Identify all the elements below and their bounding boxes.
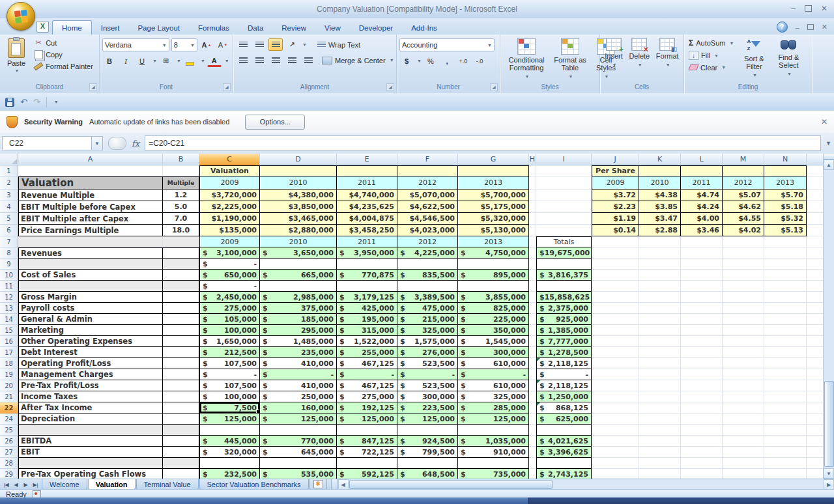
copy-button[interactable]: Copy	[32, 49, 95, 59]
cell-A26[interactable]: EBITDA	[18, 436, 163, 447]
cell-J27[interactable]	[592, 447, 639, 458]
cell-A15[interactable]: Marketing	[18, 325, 163, 336]
cell-N3[interactable]: $5.70	[764, 189, 807, 201]
cell-I27[interactable]: $3,396,625	[536, 447, 592, 458]
cell-G1[interactable]	[458, 165, 529, 176]
bold-button[interactable]: B	[102, 55, 117, 67]
cell-I10[interactable]: $3,816,375	[536, 270, 592, 281]
cell-E24[interactable]: $125,000	[337, 413, 397, 425]
cell-C19[interactable]: $-	[199, 369, 260, 380]
cell-X1[interactable]	[807, 165, 824, 176]
cell-N12[interactable]	[764, 292, 807, 303]
cell-B17[interactable]	[163, 347, 199, 358]
cell-C17[interactable]: $212,500	[199, 347, 260, 358]
cell-A5[interactable]: EBIT Multiple after Capex	[18, 213, 163, 225]
cell-M4[interactable]: $4.62	[723, 201, 764, 213]
cell-N7[interactable]	[764, 236, 807, 247]
cell-N27[interactable]	[764, 447, 807, 458]
cell-M1[interactable]	[723, 165, 764, 176]
cell-A20[interactable]: Pre-Tax Profit/Loss	[18, 380, 163, 391]
cell-G11[interactable]	[458, 281, 529, 292]
cell-E16[interactable]: $1,522,000	[337, 336, 397, 347]
cell-H10[interactable]	[529, 270, 536, 281]
cell-D13[interactable]: $375,000	[260, 303, 337, 314]
cell-K7[interactable]	[639, 236, 681, 247]
cell-X19[interactable]	[807, 369, 824, 380]
cell-C20[interactable]: $107,500	[199, 380, 260, 391]
insert-worksheet-tab[interactable]: ✱	[309, 479, 327, 490]
cell-K10[interactable]	[639, 270, 681, 281]
cell-E5[interactable]: $4,004,875	[337, 213, 397, 225]
row-header-28[interactable]: 28	[0, 458, 18, 469]
cell-K29[interactable]	[639, 469, 681, 479]
cell-I14[interactable]: $925,000	[536, 314, 592, 325]
cell-X5[interactable]	[807, 213, 824, 225]
align-left-button[interactable]	[236, 54, 250, 66]
row-header-20[interactable]: 20	[0, 380, 18, 391]
cell-C9[interactable]: $-	[199, 259, 260, 270]
cell-B4[interactable]: 5.0	[163, 201, 199, 213]
cell-K15[interactable]	[639, 325, 681, 336]
cell-A24[interactable]: Depreciation	[18, 413, 163, 425]
cell-D2[interactable]: 2010	[260, 176, 337, 189]
cell-F21[interactable]: $300,000	[397, 391, 458, 402]
cell-X16[interactable]	[807, 336, 824, 347]
cell-C12[interactable]: $2,450,000	[199, 292, 260, 303]
font-size-select[interactable]: 8▼	[171, 38, 197, 51]
cell-N16[interactable]	[764, 336, 807, 347]
cell-C13[interactable]: $275,000	[199, 303, 260, 314]
cell-E21[interactable]: $275,000	[337, 391, 397, 402]
cell-L3[interactable]: $4.74	[681, 189, 723, 201]
row-header-6[interactable]: 6	[0, 225, 18, 236]
cell-E12[interactable]: $3,179,125	[337, 292, 397, 303]
cell-D9[interactable]	[260, 259, 337, 270]
cell-F17[interactable]: $276,000	[397, 347, 458, 358]
cell-K13[interactable]	[639, 303, 681, 314]
cell-B25[interactable]	[163, 425, 199, 436]
cell-X11[interactable]	[807, 281, 824, 292]
cell-I11[interactable]	[536, 281, 592, 292]
column-header-D[interactable]: D	[260, 154, 337, 165]
cell-H12[interactable]	[529, 292, 536, 303]
cell-F14[interactable]: $215,000	[397, 314, 458, 325]
cell-I16[interactable]: $7,777,000	[536, 336, 592, 347]
cell-L25[interactable]	[681, 425, 723, 436]
cell-F1[interactable]	[397, 165, 458, 176]
cell-C14[interactable]: $105,000	[199, 314, 260, 325]
cell-A4[interactable]: EBIT Multiple before Capex	[18, 201, 163, 213]
row-header-16[interactable]: 16	[0, 336, 18, 347]
row-header-19[interactable]: 19	[0, 369, 18, 380]
cell-F28[interactable]	[397, 458, 458, 469]
save-icon[interactable]	[5, 98, 14, 107]
restore-window-button[interactable]	[805, 5, 812, 12]
cell-I7[interactable]: Totals	[536, 236, 592, 247]
cell-X22[interactable]	[807, 402, 824, 413]
cell-J6[interactable]: $0.14	[592, 225, 639, 236]
cell-X14[interactable]	[807, 314, 824, 325]
cell-L1[interactable]	[681, 165, 723, 176]
tab-insert[interactable]: Insert	[92, 21, 129, 35]
cell-J25[interactable]	[592, 425, 639, 436]
cell-L19[interactable]	[681, 369, 723, 380]
cell-E18[interactable]: $467,125	[337, 358, 397, 369]
cell-X20[interactable]	[807, 380, 824, 391]
cell-X25[interactable]	[807, 425, 824, 436]
row-header-24[interactable]: 24	[0, 413, 18, 425]
scroll-left-button[interactable]: ◀	[338, 479, 349, 490]
cell-M8[interactable]	[723, 247, 764, 259]
cell-B10[interactable]	[163, 270, 199, 281]
cell-C28[interactable]	[199, 458, 260, 469]
row-header-9[interactable]: 9	[0, 259, 18, 270]
borders-button[interactable]: ⊞	[159, 55, 173, 67]
cell-C2[interactable]: 2009	[199, 176, 260, 189]
cell-M20[interactable]	[723, 380, 764, 391]
row-header-26[interactable]: 26	[0, 436, 18, 447]
cell-F19[interactable]: $-	[397, 369, 458, 380]
cell-F12[interactable]: $3,389,500	[397, 292, 458, 303]
accounting-format-button[interactable]: $	[399, 55, 414, 67]
alignment-dialog-launcher[interactable]: ◢	[386, 83, 394, 91]
cell-C29[interactable]: $232,500	[199, 469, 260, 479]
cell-A3[interactable]: Revenue Multiple	[18, 189, 163, 201]
cell-K1[interactable]	[639, 165, 681, 176]
cell-B13[interactable]	[163, 303, 199, 314]
